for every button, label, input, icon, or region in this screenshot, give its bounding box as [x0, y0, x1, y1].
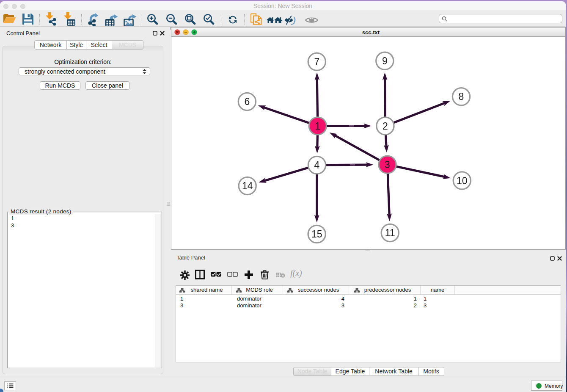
svg-text:11: 11 [385, 227, 395, 238]
svg-text:15: 15 [311, 229, 322, 240]
svg-text:7: 7 [314, 56, 319, 67]
svg-text:2: 2 [383, 121, 388, 132]
svg-text:8: 8 [459, 91, 464, 102]
svg-text:3: 3 [385, 159, 390, 170]
svg-text:4: 4 [314, 160, 320, 171]
svg-text:10: 10 [457, 175, 468, 186]
svg-text:1: 1 [315, 121, 320, 132]
svg-text:6: 6 [245, 96, 250, 107]
svg-text:14: 14 [242, 180, 253, 191]
svg-text:9: 9 [382, 55, 388, 66]
